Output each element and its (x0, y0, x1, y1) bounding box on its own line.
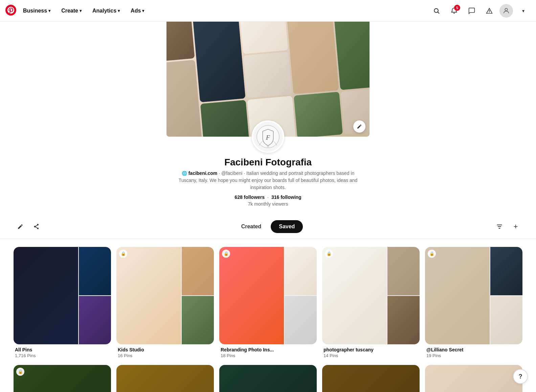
board-count: 1,716 Pins (15, 353, 110, 358)
edit-cover-button[interactable] (353, 120, 365, 133)
board-rebranding[interactable]: 🔒 Rebranding Photo Ins... 18 Pins (219, 247, 317, 360)
svg-point-0 (5, 5, 16, 16)
board-lilliano-secret[interactable]: 🔒 @Lilliano Secret 19 Pins (425, 247, 522, 360)
website-icon: 🌐 (182, 171, 187, 176)
messages-button[interactable] (464, 3, 479, 18)
website-link[interactable]: facibeni.com (188, 170, 218, 176)
board-name: Rebranding Photo Ins... (221, 347, 315, 352)
nav-item-ads[interactable]: Ads ▾ (127, 5, 148, 17)
thumb-sub1 (182, 247, 214, 295)
thumb-sub2 (490, 296, 522, 344)
boards-row2: 🔒 (14, 365, 522, 392)
board-all-pins[interactable]: All Pins 1,716 Pins (14, 247, 111, 360)
board-row2-3-thumb (219, 365, 317, 392)
thumb-sub2 (387, 296, 420, 344)
thumb-main (14, 247, 78, 344)
collage-grid (166, 22, 370, 137)
board-lilliano-info: @Lilliano Secret 19 Pins (425, 344, 522, 360)
filter-button[interactable] (493, 220, 506, 233)
help-button[interactable]: ? (513, 369, 528, 384)
search-button[interactable] (429, 3, 444, 18)
collage-image-7 (243, 52, 292, 98)
tab-saved[interactable]: Saved (271, 220, 303, 233)
thumb-sub1 (490, 247, 522, 295)
share-icon (34, 224, 40, 230)
board-lilliano-thumb: 🔒 (425, 247, 522, 344)
board-row2-2-thumb (116, 365, 214, 392)
notifications-button[interactable]: 5 (447, 3, 462, 18)
nav-item-create[interactable]: Create ▾ (57, 5, 86, 17)
account-chevron[interactable]: ▾ (516, 3, 531, 18)
notification-count: 5 (454, 5, 460, 11)
collage-image-1 (166, 22, 195, 62)
svg-point-2 (505, 8, 507, 10)
thumb-main (425, 247, 490, 344)
chevron-down-icon: ▾ (118, 8, 120, 13)
board-row2-5[interactable] (425, 365, 522, 392)
thumb-sub2 (79, 296, 111, 344)
alerts-button[interactable] (482, 3, 497, 18)
edit-profile-button[interactable] (14, 220, 27, 233)
nav-create-label: Create (61, 8, 78, 14)
board-all-pins-info: All Pins 1,716 Pins (14, 344, 111, 360)
board-kids-studio[interactable]: 🔒 Kids Studio 16 Pins (116, 247, 214, 360)
tab-created[interactable]: Created (233, 220, 270, 233)
board-row2-1[interactable]: 🔒 (14, 365, 111, 392)
thumb-main (322, 247, 387, 344)
cover-section (166, 22, 370, 137)
followers-count[interactable]: 628 followers (234, 194, 265, 200)
profile-handle: @facibeni (221, 170, 242, 176)
board-tuscany-thumb: 🔒 (322, 247, 420, 344)
account-avatar[interactable] (499, 4, 513, 18)
board-count: 18 Pins (221, 353, 315, 358)
stats-dot: · (267, 194, 269, 200)
board-tuscany-info: photographer tuscany 14 Pins (322, 344, 420, 360)
nav-item-business[interactable]: Business ▾ (19, 5, 54, 17)
profile-section: F Facibeni Fotografia 🌐 facibeni.com · @… (150, 137, 386, 215)
pencil-icon (17, 224, 23, 230)
board-count: 14 Pins (323, 353, 418, 358)
board-photographer-tuscany[interactable]: 🔒 photographer tuscany 14 Pins (322, 247, 420, 360)
pinterest-logo[interactable] (5, 5, 16, 17)
navbar: Business ▾ Create ▾ Analytics ▾ Ads ▾ (0, 0, 536, 22)
board-row2-2[interactable] (116, 365, 214, 392)
tab-actions-left (14, 220, 43, 233)
lock-icon: 🔒 (325, 250, 333, 258)
thumb-main (116, 247, 181, 344)
nav-business-label: Business (23, 8, 47, 14)
meta-separator: · (219, 170, 221, 176)
chevron-down-icon: ▾ (522, 8, 524, 14)
board-name: Kids Studio (118, 347, 213, 352)
board-count: 19 Pins (426, 353, 521, 358)
collage-image-5 (333, 22, 370, 90)
user-icon (502, 7, 510, 15)
nav-right: 5 ▾ (429, 3, 531, 18)
meta-separator2: · (244, 170, 246, 176)
board-row2-1-thumb: 🔒 (14, 365, 111, 392)
filter-icon (496, 223, 503, 230)
boards-section: All Pins 1,716 Pins 🔒 Kids Studio 16 Pin (0, 239, 536, 392)
message-icon (468, 7, 475, 14)
following-count[interactable]: 316 following (271, 194, 302, 200)
lock-icon: 🔒 (222, 250, 230, 258)
nav-left: Business ▾ Create ▾ Analytics ▾ Ads ▾ (5, 5, 148, 17)
thumb-main (219, 247, 284, 344)
share-profile-button[interactable] (30, 220, 43, 233)
board-row2-4[interactable] (322, 365, 420, 392)
thumb-sub2 (182, 296, 214, 344)
add-board-button[interactable]: + (509, 220, 522, 233)
tabs-group: Created Saved (233, 220, 303, 233)
board-name: @Lilliano Secret (426, 347, 521, 352)
collage-image-4 (286, 22, 339, 94)
board-row2-3[interactable] (219, 365, 317, 392)
nav-item-analytics[interactable]: Analytics ▾ (88, 5, 124, 17)
nav-analytics-label: Analytics (92, 8, 116, 14)
tab-actions-right: + (493, 220, 522, 233)
board-kids-studio-thumb: 🔒 (116, 247, 214, 344)
board-row2-5-thumb (425, 365, 522, 392)
profile-avatar: F (252, 120, 284, 153)
collage-image-2 (193, 22, 245, 102)
profile-meta: 🌐 facibeni.com · @facibeni · Italian wed… (173, 170, 363, 191)
collage-image-8 (200, 100, 249, 137)
profile-name: Facibeni Fotografia (224, 157, 312, 168)
